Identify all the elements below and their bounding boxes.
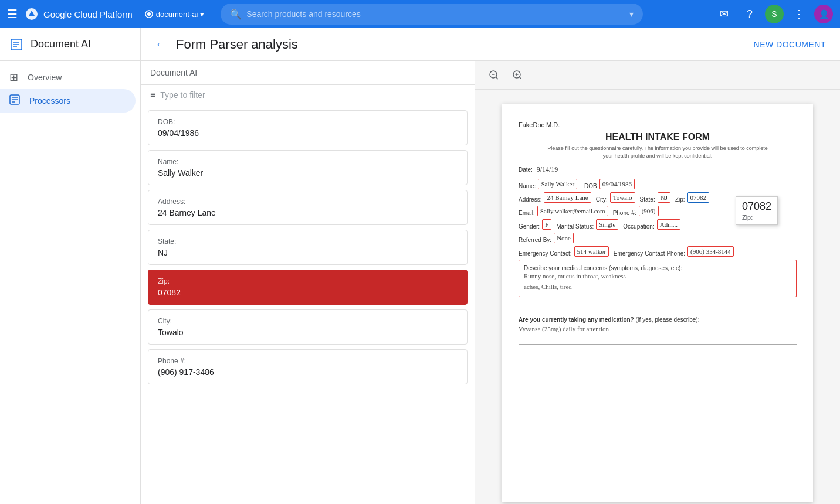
new-document-button[interactable]: NEW DOCUMENT (754, 40, 826, 49)
help-icon[interactable]: ? (739, 4, 760, 25)
emergency-phone-field-box: (906) 334-8144 (687, 246, 734, 257)
medication-section: Are you currently taking any medication?… (519, 316, 797, 332)
field-label-zip: Zip: (158, 277, 458, 285)
document-ai-icon (9, 38, 23, 52)
top-navigation: ☰ Google Cloud Platform document-ai ▾ 🔍 … (0, 0, 840, 28)
emergency-field-label: Emergency Contact: (519, 250, 572, 257)
separator-6 (519, 344, 797, 345)
sidebar-nav: ⊞ Overview Processors (0, 61, 140, 117)
zoom-out-button[interactable] (485, 66, 503, 84)
user-avatar[interactable]: 👤 (814, 5, 833, 23)
field-label-state: State: (158, 237, 458, 246)
document-page: FakeDoc M.D. HEALTH INTAKE FORM Please f… (502, 104, 813, 502)
back-button[interactable]: ← (155, 38, 167, 51)
svg-line-17 (520, 77, 522, 80)
search-input[interactable] (246, 9, 625, 19)
field-label-phone: Phone #: (158, 357, 458, 365)
email-field-value: Sally.walker@email.com (540, 207, 605, 214)
date-row: Date: 9/14/19 (519, 165, 797, 174)
more-options-icon[interactable]: ⋮ (788, 4, 809, 25)
field-label-address: Address: (158, 197, 458, 206)
referred-field-label: Referred By: (519, 237, 551, 243)
logo-text: Google Cloud Platform (43, 9, 133, 19)
referred-row: Referred By: None (519, 233, 797, 243)
field-label-dob: DOB: (158, 118, 458, 126)
concerns-extra-text: (symptoms, diagnoses, etc): (609, 265, 682, 271)
dob-field-label: DOB (584, 183, 597, 189)
name-field-value: Sally Walker (541, 181, 574, 188)
field-label-city: City: (158, 317, 458, 325)
referred-field-box: None (554, 233, 574, 243)
zip-field-box: 07082 (687, 192, 710, 203)
field-value-city: Towalo (158, 328, 458, 337)
state-field-label: State: (640, 196, 655, 203)
filter-icon: ≡ (150, 90, 155, 100)
city-field-value: Towalo (613, 194, 632, 201)
separator-4 (519, 336, 797, 336)
state-field-box: NJ (658, 192, 670, 203)
doc-container: FakeDoc M.D. HEALTH INTAKE FORM Please f… (475, 90, 840, 504)
fields-list: DOB: 09/04/1986 Name: Sally Walker Addre… (141, 105, 475, 504)
page-header: ← Form Parser analysis NEW DOCUMENT (141, 28, 840, 61)
field-value-address: 24 Barney Lane (158, 208, 458, 217)
project-name: document-ai (156, 10, 198, 19)
address-field-value: 24 Barney Lane (547, 194, 588, 201)
city-field-label: City: (596, 196, 608, 203)
concerns-text: Runny nose, mucus in throat, weaknessach… (524, 271, 791, 292)
marital-field-box: Single (596, 219, 618, 230)
dob-field-value: 09/04/1986 (602, 181, 632, 188)
doc-title: HEALTH INTAKE FORM (519, 132, 797, 142)
notifications-icon[interactable]: ✉ (713, 4, 734, 25)
address-field-box: 24 Barney Lane (544, 192, 591, 203)
doc-toolbar (475, 61, 840, 90)
filter-input[interactable] (160, 90, 465, 100)
field-value-phone: (906) 917-3486 (158, 367, 458, 377)
field-value-zip: 07082 (158, 288, 458, 297)
email-field-box: Sally.walker@email.com (537, 206, 608, 216)
search-bar[interactable]: 🔍 ▾ (221, 4, 643, 25)
logo: Google Cloud Platform (25, 7, 133, 21)
medication-value: Vyvanse (25mg) daily for attention (519, 325, 797, 332)
sidebar-title: Document AI (31, 38, 91, 50)
field-value-state: NJ (158, 248, 458, 257)
dob-field-box: 09/04/1986 (599, 179, 635, 189)
zoom-in-button[interactable] (508, 66, 527, 84)
field-card-dob[interactable]: DOB: 09/04/1986 (148, 110, 468, 145)
document-panel: FakeDoc M.D. HEALTH INTAKE FORM Please f… (475, 61, 840, 504)
state-field-value: NJ (661, 194, 668, 201)
gender-field-value: F (545, 221, 548, 228)
user-badge: S (765, 5, 784, 23)
field-card-state[interactable]: State: NJ (148, 230, 468, 265)
marital-field-label: Marital Status: (556, 223, 594, 230)
sidebar-item-label-overview: Overview (28, 73, 62, 82)
emergency-field-box: 514 walker (574, 246, 609, 257)
menu-icon[interactable]: ☰ (7, 7, 18, 21)
sidebar-item-overview[interactable]: ⊞ Overview (0, 66, 136, 89)
overview-icon: ⊞ (9, 71, 18, 84)
field-card-phone[interactable]: Phone #: (906) 917-3486 (148, 349, 468, 384)
occupation-field-label: Occupation: (623, 223, 654, 230)
concerns-label-text: Describe your medical concerns (524, 265, 607, 271)
panel-breadcrumb: Document AI (141, 61, 475, 85)
emergency-field-value: 514 walker (577, 248, 606, 255)
city-field-box: Towalo (610, 192, 635, 203)
sidebar-header: Document AI (0, 28, 140, 61)
processors-icon (9, 94, 20, 108)
field-label-name: Name: (158, 158, 458, 166)
gcp-logo-icon (25, 7, 39, 21)
field-card-name[interactable]: Name: Sally Walker (148, 150, 468, 185)
project-dropdown-icon: ▾ (200, 10, 204, 19)
field-card-address[interactable]: Address: 24 Barney Lane (148, 190, 468, 225)
name-field-box: Sally Walker (538, 179, 577, 189)
phone-field-box: (906) (639, 206, 659, 216)
field-card-city[interactable]: City: Towalo (148, 309, 468, 345)
sidebar-item-label-processors: Processors (29, 96, 70, 105)
field-card-zip[interactable]: Zip: 07082 (148, 270, 468, 305)
separator-5 (519, 340, 797, 340)
medical-concerns-box: Describe your medical concerns (symptoms… (519, 260, 797, 297)
search-expand-icon: ▾ (629, 9, 634, 19)
referred-field-value: None (557, 234, 571, 241)
project-selector[interactable]: document-ai ▾ (144, 9, 205, 19)
sidebar-item-processors[interactable]: Processors (0, 89, 136, 113)
field-value-name: Sally Walker (158, 168, 458, 178)
